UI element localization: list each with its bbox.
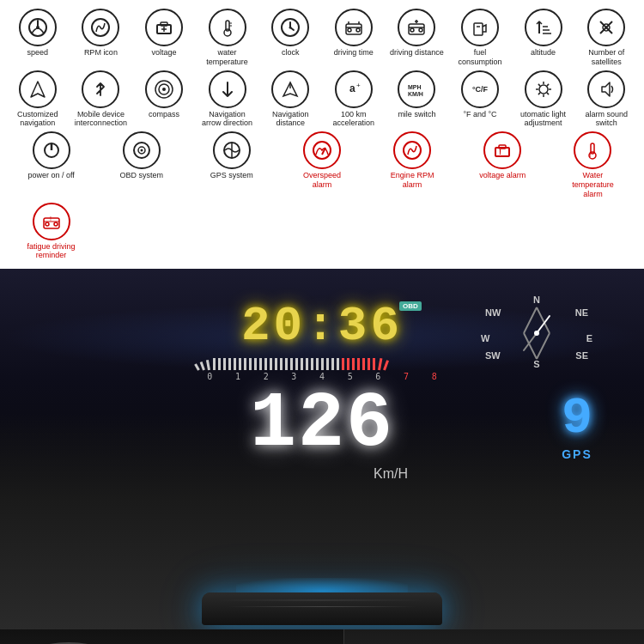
- overspeed-label: Overspeed alarm: [294, 171, 349, 190]
- fuel-label: fuel consumption: [452, 48, 507, 67]
- feature-rpm: RPM icon: [70, 9, 132, 67]
- driving-distance-icon: [398, 9, 435, 46]
- compass-sw: SW: [485, 350, 501, 361]
- voltage-icon: [145, 9, 183, 46]
- 100km-icon: a +: [335, 70, 373, 108]
- temp-unit-icon: °C/F: [461, 70, 499, 108]
- feature-mile-switch: MPH KM/H mile switch: [386, 70, 448, 129]
- voltage-alarm-icon: !: [483, 131, 521, 169]
- sound-icon: [587, 70, 625, 108]
- feature-gps: GPS system: [187, 131, 276, 198]
- feature-power: power on / off: [7, 131, 95, 198]
- feature-temp-unit: °C/F °F and °C: [449, 70, 511, 129]
- altitude-icon: [525, 9, 562, 46]
- compass-east: E: [586, 333, 592, 343]
- feature-compass: compass: [133, 70, 195, 129]
- feature-fatigue: ! fatigue driving reminder: [7, 203, 95, 261]
- satellites-label: Number of satellites: [579, 48, 635, 67]
- svg-line-72: [524, 307, 537, 333]
- custom-nav-icon: [19, 70, 57, 108]
- light-adj-label: utomatic light adjustment: [515, 110, 571, 129]
- voltage-alarm-label: voltage alarm: [479, 171, 526, 180]
- compass-label: compass: [149, 110, 179, 119]
- feature-rpm-alarm: Engine RPM alarm: [368, 131, 457, 198]
- feature-obd: OBD system: [97, 131, 185, 198]
- water-temp-label: water temperature: [199, 48, 255, 67]
- compass-needle: [507, 303, 567, 363]
- hud-area: 20:36 OBD: [0, 269, 644, 629]
- feature-voltage-alarm: ! voltage alarm: [459, 131, 547, 198]
- gps-label: GPS: [562, 447, 592, 461]
- driving-time-icon: [335, 9, 373, 46]
- svg-text:!: !: [50, 216, 52, 222]
- mile-switch-label: mile switch: [398, 110, 435, 119]
- gps-icon: [213, 131, 251, 169]
- svg-text:a: a: [349, 82, 355, 94]
- svg-line-49: [538, 92, 539, 94]
- feature-satellites: Number of satellites: [575, 9, 637, 67]
- rpm-gauge: 0 1 2 3 4 5 6 7 8: [189, 344, 455, 381]
- svg-point-20: [419, 28, 422, 32]
- feature-voltage: voltage: [133, 9, 195, 67]
- feature-driving-time: driving time: [323, 9, 385, 67]
- driving-time-label: driving time: [334, 48, 374, 58]
- svg-text:MPH: MPH: [408, 84, 422, 90]
- feature-nav-arrow: Navigation arrow direction: [197, 70, 258, 129]
- light-adj-icon: [525, 70, 562, 108]
- water-alarm-icon: !: [574, 131, 611, 169]
- nav-distance-icon: [271, 70, 309, 108]
- custom-nav-label: Customized navigation: [9, 110, 65, 129]
- svg-point-54: [140, 149, 143, 152]
- svg-line-47: [546, 92, 548, 94]
- svg-point-76: [534, 331, 539, 336]
- nav-distance-label: Navigation distance: [263, 110, 319, 129]
- svg-point-34: [162, 88, 166, 91]
- speed-label: speed: [27, 48, 49, 58]
- svg-rect-23: [474, 23, 483, 35]
- altitude-label: altitude: [531, 48, 556, 58]
- feature-altitude: altitude: [513, 9, 574, 67]
- nav-arrow-icon: [209, 70, 246, 108]
- power-icon: [33, 131, 70, 169]
- overspeed-icon: [303, 131, 341, 169]
- feature-speed: speed: [7, 9, 69, 67]
- svg-line-48: [546, 83, 548, 85]
- svg-text:!: !: [499, 148, 501, 156]
- rpm-label: RPM icon: [84, 48, 118, 58]
- water-alarm-label: Water temperature alarm: [565, 171, 621, 198]
- speed-display: 126: [250, 380, 394, 468]
- svg-text:+: +: [356, 82, 361, 89]
- obd-icon: [123, 131, 161, 169]
- svg-point-41: [539, 85, 548, 94]
- clock-label: clock: [282, 48, 300, 58]
- feature-100km: a + 100 km acceleration: [323, 70, 385, 129]
- svg-text:°C/F: °C/F: [472, 85, 489, 94]
- hud-device-body: [202, 592, 442, 625]
- svg-point-67: [46, 222, 49, 226]
- feature-overspeed: Overspeed alarm: [277, 131, 366, 198]
- compass-rose: N NE E SE S SW W NW: [481, 295, 592, 380]
- gps-number: 9: [562, 389, 592, 447]
- features-panel: speed RPM icon voltage: [0, 0, 644, 269]
- compass-se: SE: [575, 350, 588, 361]
- feature-row-1: speed RPM icon voltage: [7, 9, 637, 67]
- dashboard-right: [343, 629, 644, 644]
- 100km-label: 100 km acceleration: [325, 110, 381, 129]
- car-interior: [0, 629, 644, 644]
- mile-switch-icon: MPH KM/H: [398, 70, 435, 108]
- rpm-alarm-icon: [393, 131, 431, 169]
- feature-fuel: fuel consumption: [449, 9, 511, 67]
- svg-point-8: [224, 29, 231, 36]
- fatigue-label: fatigue driving reminder: [23, 242, 79, 261]
- clock-icon: [271, 9, 309, 46]
- feature-sound: alarm sound switch: [575, 70, 637, 129]
- water-temp-icon: [209, 9, 246, 46]
- satellites-icon: [587, 9, 625, 46]
- feature-row-2: Customized navigation Mobile device inte…: [7, 70, 637, 129]
- compass-icon: [145, 70, 183, 108]
- power-label: power on / off: [27, 171, 74, 180]
- gps-label: GPS system: [210, 171, 253, 180]
- compass-west: W: [481, 333, 489, 343]
- svg-point-16: [348, 28, 351, 32]
- feature-driving-distance: driving distance: [386, 9, 448, 67]
